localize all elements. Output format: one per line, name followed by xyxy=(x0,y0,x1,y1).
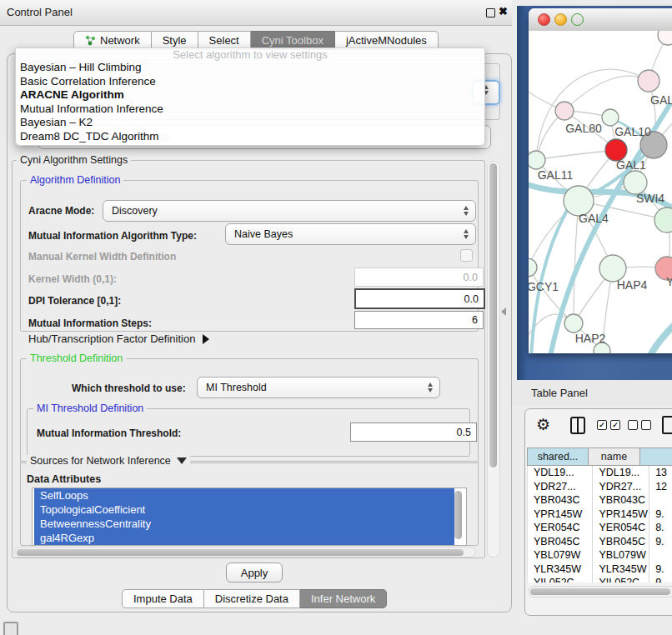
column-header-name[interactable]: name xyxy=(588,448,639,466)
deselect-all-checkboxes-icon[interactable] xyxy=(628,420,654,430)
network-view-window[interactable]: GAL80 GAL10 GAL1 GAL11 GAL4 SWI4 GCY1 HA… xyxy=(529,8,672,353)
node-gal11[interactable] xyxy=(529,151,545,169)
kernel-width-field[interactable]: 0.0 xyxy=(354,268,484,287)
which-threshold-label: Which threshold to use: xyxy=(72,382,186,394)
mi-threshold-definition-title: MI Threshold Definition xyxy=(33,402,147,414)
attributes-scrollbar-thumb[interactable] xyxy=(454,491,462,539)
settings-vertical-scrollbar[interactable] xyxy=(487,161,500,558)
cell: YBR043C xyxy=(592,493,649,508)
label-hap4: HAP4 xyxy=(617,278,648,292)
dropdown-item-aracne[interactable]: ARACNE Algorithm xyxy=(16,88,484,102)
tab-cyni-toolbox-label: Cyni Toolbox xyxy=(262,34,323,47)
tab-select-label: Select xyxy=(209,34,239,47)
label-gal11: GAL11 xyxy=(538,168,574,182)
tab-discretize-data-label: Discretize Data xyxy=(215,592,288,605)
node-swi4[interactable] xyxy=(654,208,672,232)
node-labels: GAL80 GAL10 GAL1 GAL11 GAL4 SWI4 GCY1 HA… xyxy=(529,93,672,345)
dpi-tolerance-label: DPI Tolerance [0,1]: xyxy=(28,295,121,307)
tab-infer-network[interactable]: Infer Network xyxy=(300,589,387,608)
node-gcy1[interactable] xyxy=(529,258,537,277)
cell: YIL052C xyxy=(527,576,592,582)
tab-impute-data[interactable]: Impute Data xyxy=(122,589,204,608)
node-gal10[interactable] xyxy=(602,109,619,126)
tab-discretize-data[interactable]: Discretize Data xyxy=(204,589,300,608)
mi-algorithm-type-combobox[interactable]: Naive Bayes xyxy=(225,223,476,245)
sources-toggle[interactable]: Sources for Network Inference xyxy=(27,455,190,467)
cell: 9. xyxy=(649,535,672,549)
node-gal-partial[interactable] xyxy=(638,70,659,92)
algorithm-definition-title: Algorithm Definition xyxy=(27,174,123,186)
table-row[interactable]: YBR045CYBR045C9. xyxy=(527,535,672,549)
table-row[interactable]: YDR27...YDR27...12 xyxy=(527,480,672,494)
network-graph: GAL80 GAL10 GAL1 GAL11 GAL4 SWI4 GCY1 HA… xyxy=(529,31,672,353)
new-table-icon[interactable] xyxy=(662,416,672,434)
table-row[interactable]: YER054CYER054C8. xyxy=(527,521,672,535)
cell: YDR27... xyxy=(592,480,649,494)
dropdown-item-mutual-information[interactable]: Mutual Information Inference xyxy=(16,102,484,117)
cell xyxy=(649,493,672,508)
attribute-gal4rgexp[interactable]: gal4RGexp xyxy=(34,531,454,545)
tab-jactivemnodules-label: jActiveMNodules xyxy=(346,34,427,47)
select-all-checkboxes-icon[interactable]: ✓✓ xyxy=(597,420,624,430)
collapsed-arrow-icon xyxy=(203,334,209,344)
node-gal1[interactable] xyxy=(624,171,647,194)
table-row[interactable]: YLR345WYLR345W9. xyxy=(527,562,672,577)
cell: 12 xyxy=(649,480,672,494)
table-row[interactable]: YBL079WYBL079W xyxy=(527,548,672,562)
minimized-panel-icon[interactable] xyxy=(3,622,18,635)
hub-definition-toggle[interactable]: Hub/Transcription Factor Definition xyxy=(28,332,209,345)
cell: YLR345W xyxy=(527,562,592,577)
column-header-shared[interactable]: shared... xyxy=(527,448,588,466)
table-row[interactable]: YPR145WYPR145W9. xyxy=(527,508,672,522)
float-panel-icon[interactable] xyxy=(486,8,495,18)
column-header-clipped[interactable] xyxy=(639,448,672,466)
aracne-mode-label: Aracne Mode: xyxy=(28,205,94,217)
aracne-mode-combobox[interactable]: Discovery xyxy=(103,200,476,222)
dropdown-item-dream8[interactable]: Dream8 DC_TDC Algorithm xyxy=(16,130,484,144)
manual-kernel-width-checkbox[interactable] xyxy=(460,249,473,262)
aracne-mode-value: Discovery xyxy=(103,205,459,217)
network-window-titlebar[interactable] xyxy=(529,8,672,32)
table-horizontal-scrollbar[interactable] xyxy=(528,586,672,598)
cell: YPR145W xyxy=(527,508,592,522)
attribute-selfloops[interactable]: SelfLoops xyxy=(34,488,454,502)
label-y-partial: Y xyxy=(666,275,672,288)
panel-splitter-arrow-icon[interactable] xyxy=(501,308,506,316)
node-unlabeled-top[interactable] xyxy=(658,31,672,45)
apply-button[interactable]: Apply xyxy=(226,562,283,582)
attribute-betweennesscentrality[interactable]: BetweennessCentrality xyxy=(34,517,454,531)
settings-vertical-scrollbar-thumb[interactable] xyxy=(489,163,497,468)
cell: YBL079W xyxy=(527,548,592,562)
mi-steps-field[interactable]: 6 xyxy=(354,311,484,329)
mi-threshold-field[interactable]: 0.5 xyxy=(350,422,477,442)
network-canvas[interactable]: GAL80 GAL10 GAL1 GAL11 GAL4 SWI4 GCY1 HA… xyxy=(529,31,672,353)
data-attributes-label: Data Attributes xyxy=(27,473,101,485)
minimize-traffic-light-icon[interactable] xyxy=(554,13,567,26)
table-horizontal-scrollbar-thumb[interactable] xyxy=(530,588,670,595)
columns-icon[interactable] xyxy=(570,417,585,434)
node-hap2[interactable] xyxy=(564,314,583,332)
dropdown-item-bayesian-hill-climbing[interactable]: Bayesian – Hill Climbing xyxy=(16,61,484,75)
close-traffic-light-icon[interactable] xyxy=(538,13,550,26)
label-swi4: SWI4 xyxy=(636,192,664,205)
attribute-topologicalcoefficient[interactable]: TopologicalCoefficient xyxy=(34,502,454,517)
gear-icon[interactable]: ⚙ xyxy=(536,416,550,434)
dropdown-item-bayesian-k2[interactable]: Bayesian – K2 xyxy=(16,116,484,130)
node-gal80[interactable] xyxy=(555,102,574,120)
table-panel-body: ⚙ ✓✓ shared... name YDL19...YDL19...13 Y… xyxy=(524,408,672,616)
close-icon[interactable]: ✖ xyxy=(499,5,508,18)
cell: YBR045C xyxy=(592,535,649,549)
dropdown-item-basic-correlation[interactable]: Basic Correlation Inference xyxy=(16,75,484,89)
table-row[interactable]: YIL052CYIL052C9. xyxy=(527,576,672,582)
settings-horizontal-scrollbar[interactable] xyxy=(14,547,476,558)
zoom-traffic-light-icon[interactable] xyxy=(571,13,584,26)
which-threshold-value: MI Threshold xyxy=(198,382,424,393)
which-threshold-combobox[interactable]: MI Threshold xyxy=(197,377,440,398)
table-panel-title: Table Panel xyxy=(531,380,588,407)
settings-horizontal-scrollbar-thumb[interactable] xyxy=(17,549,464,556)
tab-infer-network-label: Infer Network xyxy=(311,592,375,605)
manual-kernel-width-label: Manual Kernel Width Definition xyxy=(28,251,176,262)
table-row[interactable]: YDL19...YDL19...13 xyxy=(527,466,672,480)
table-row[interactable]: YBR043CYBR043C xyxy=(527,493,672,508)
dpi-tolerance-field[interactable]: 0.0 xyxy=(354,288,485,309)
